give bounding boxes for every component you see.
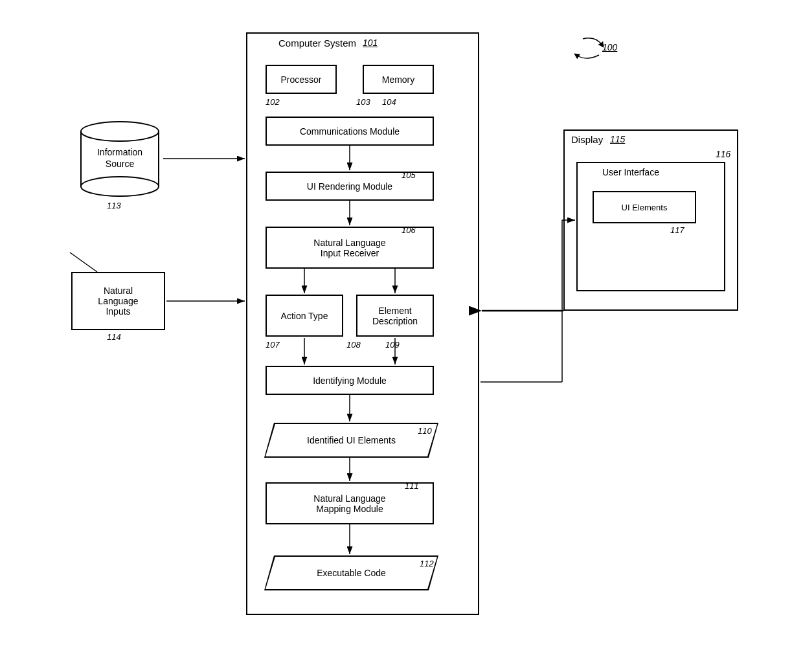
display-ref: 115 [610,134,625,144]
ref-108: 108 [346,340,361,350]
comms-module-box: Communications Module [266,117,434,146]
identified-ui-box: Identified UI Elements [266,424,437,456]
display-label: Display [571,134,603,145]
nl-inputs-box: Natural Language Inputs [71,272,165,330]
ref-113: 113 [107,201,121,210]
ref-112: 112 [420,559,434,568]
diagram: 100 Computer System 101 Processor 102 Me… [0,0,803,672]
action-type-box: Action Type [266,295,343,337]
ui-elements-box: UI Elements [593,191,696,223]
ref-104: 104 [382,97,396,107]
svg-line-10 [70,252,97,272]
memory-box: Memory [363,65,434,94]
ref-100-arrows [563,32,615,71]
svg-point-1 [81,122,159,141]
exec-code-box: Executable Code [266,557,437,589]
ref-105: 105 [402,170,416,180]
ref-102: 102 [266,97,280,107]
ui-elements-ref: 117 [670,225,684,235]
info-source-cylinder: Information Source [78,120,162,197]
svg-point-2 [81,177,159,196]
ref-114: 114 [107,332,121,342]
ref-103: 103 [356,97,370,107]
processor-box: Processor [266,65,337,94]
ref-106: 106 [402,225,416,235]
ref-109: 109 [385,340,400,350]
display-ref2: 116 [716,149,730,159]
svg-text:Source: Source [106,159,135,169]
ref-111: 111 [405,481,419,491]
svg-text:Information: Information [97,147,142,157]
ref-107: 107 [266,340,280,350]
user-interface-label: User Interface [602,167,659,177]
user-interface-box [576,162,725,291]
element-desc-box: Element Description [356,295,434,337]
ref-110: 110 [418,426,432,436]
cs-ref-101: 101 [363,38,378,48]
computer-system-label: Computer System [278,38,356,49]
identifying-module-box: Identifying Module [266,366,434,395]
